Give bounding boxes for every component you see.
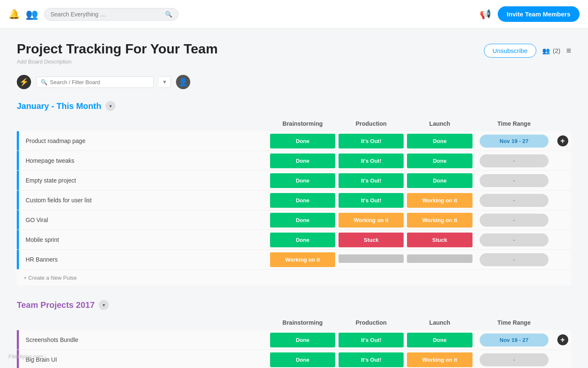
team-icon[interactable]: 👥 [26, 8, 38, 20]
table-row: Big Brain UIDoneIt's Out!Working on it- [17, 350, 571, 368]
status-badge-launch: Done [407, 134, 472, 148]
board-header-team2017: Team Projects 2017▼ [17, 300, 571, 310]
status-cell-launch[interactable]: Stuck [405, 230, 474, 250]
status-cell-launch[interactable]: Working on it [405, 350, 474, 368]
invite-team-button[interactable]: Invite Team Members [498, 6, 580, 22]
status-cell-launch[interactable]: Done [405, 151, 474, 171]
watermark: FileHippo.com [8, 353, 43, 360]
status-cell-brainstorming[interactable]: Done [268, 191, 337, 210]
row-plus-cell [554, 191, 571, 210]
time-range-cell[interactable]: - [474, 350, 554, 368]
status-cell-brainstorming[interactable]: Done [268, 330, 337, 350]
row-plus-cell [554, 350, 571, 368]
row-name-text: Homepage tweaks [19, 152, 81, 169]
row-name-cell: Screenshots Bundle [17, 330, 268, 350]
status-badge-brainstorming: Working on it [270, 252, 335, 267]
status-cell-production[interactable]: It's Out! [337, 151, 405, 171]
status-cell-production[interactable]: It's Out! [337, 131, 405, 151]
status-cell-launch[interactable]: Done [405, 330, 474, 350]
global-search-input[interactable] [50, 11, 163, 18]
status-cell-brainstorming[interactable]: Done [268, 171, 337, 191]
col-header-time-range: Time Range [474, 315, 554, 330]
status-cell-production[interactable]: It's Out! [337, 350, 405, 368]
status-cell-brainstorming[interactable]: Done [268, 131, 337, 151]
status-badge-production: It's Out! [339, 333, 404, 347]
sections-container: January - This Month▼BrainstormingProduc… [17, 101, 571, 368]
board-dropdown-january[interactable]: ▼ [105, 101, 116, 111]
bell-icon[interactable]: 🔔 [8, 9, 20, 20]
row-name-cell: HR Banners [17, 250, 268, 270]
board-section-team2017: Team Projects 2017▼BrainstormingProducti… [17, 300, 571, 368]
status-cell-launch[interactable] [405, 250, 474, 270]
time-range-cell[interactable]: - [474, 210, 554, 230]
board-dropdown-team2017[interactable]: ▼ [99, 300, 109, 310]
status-cell-production[interactable]: It's Out! [337, 330, 405, 350]
filter-row: ⚡ 🔍 ▼ 👤 [17, 75, 571, 89]
time-range-cell[interactable]: - [474, 151, 554, 171]
row-plus-cell: + [554, 330, 571, 350]
status-cell-production[interactable]: It's Out! [337, 191, 405, 210]
status-cell-brainstorming[interactable]: Working on it [268, 250, 337, 270]
row-name-cell: Big Brain UI [17, 350, 268, 368]
filter-search-input[interactable] [50, 79, 149, 85]
status-cell-production[interactable] [337, 250, 405, 270]
create-pulse-label[interactable]: + Create a New Pulse [17, 270, 571, 286]
table-row: Homepage tweaksDoneIt's Out!Done- [17, 151, 571, 171]
col-header-production: Production [337, 315, 405, 330]
col-header-plus [554, 116, 571, 131]
status-badge-brainstorming: Done [270, 173, 335, 188]
col-header-brainstorming: Brainstorming [268, 116, 337, 131]
time-range-badge: - [480, 353, 549, 366]
row-name-text: Product roadmap page [19, 132, 92, 149]
time-range-cell[interactable]: - [474, 171, 554, 191]
time-range-badge: - [480, 174, 549, 187]
row-plus-cell [554, 230, 571, 250]
status-cell-launch[interactable]: Working on it [405, 210, 474, 230]
status-badge-launch: Working on it [407, 352, 472, 367]
row-name-text: HR Banners [19, 251, 64, 268]
megaphone-icon[interactable]: 📢 [480, 9, 491, 20]
status-cell-launch[interactable]: Done [405, 131, 474, 151]
status-cell-brainstorming[interactable]: Done [268, 151, 337, 171]
board-logo[interactable]: ⚡ [17, 75, 31, 89]
status-cell-launch[interactable]: Done [405, 171, 474, 191]
row-name-text: Screenshots Bundle [19, 331, 85, 348]
status-badge-launch: Done [407, 333, 472, 347]
hamburger-icon[interactable]: ≡ [566, 46, 571, 56]
avatar[interactable]: 👤 [176, 75, 190, 89]
status-cell-production[interactable]: It's Out! [337, 171, 405, 191]
status-badge-production [339, 254, 404, 263]
time-range-cell[interactable]: Nov 19 - 27 [474, 131, 554, 151]
status-badge-production: It's Out! [339, 173, 404, 188]
time-range-cell[interactable]: - [474, 250, 554, 270]
time-range-badge: - [480, 233, 549, 246]
col-header-brainstorming: Brainstorming [268, 315, 337, 330]
row-name-text: Mobile sprint [19, 231, 66, 248]
status-cell-brainstorming[interactable]: Done [268, 210, 337, 230]
status-cell-brainstorming[interactable]: Done [268, 230, 337, 250]
col-header-plus [554, 315, 571, 330]
row-name-cell: GO Viral [17, 210, 268, 230]
page-subtitle: Add Board Description [17, 58, 218, 65]
status-cell-brainstorming[interactable]: Done [268, 350, 337, 368]
row-name-text: Custom fields for user list [19, 192, 98, 209]
status-badge-launch: Working on it [407, 213, 472, 228]
status-cell-production[interactable]: Stuck [337, 230, 405, 250]
time-range-cell[interactable]: - [474, 230, 554, 250]
page-title: Project Tracking For Your Team [17, 41, 218, 57]
status-cell-launch[interactable]: Working on it [405, 191, 474, 210]
filter-dropdown-button[interactable]: ▼ [159, 76, 171, 88]
add-column-button[interactable]: + [557, 334, 568, 345]
members-button[interactable]: 👥 (2) [542, 47, 560, 55]
main-content: Project Tracking For Your Team Add Board… [0, 29, 588, 368]
unsubscribe-button[interactable]: Unsubscribe [484, 44, 536, 58]
page-header-row: Project Tracking For Your Team Add Board… [17, 41, 571, 75]
time-range-cell[interactable]: Nov 19 - 27 [474, 330, 554, 350]
table-row: Screenshots BundleDoneIt's Out!DoneNov 1… [17, 330, 571, 350]
create-pulse-row[interactable]: + Create a New Pulse [17, 270, 571, 286]
search-icon: 🔍 [165, 11, 172, 18]
status-badge-production: It's Out! [339, 134, 404, 148]
status-cell-production[interactable]: Working on it [337, 210, 405, 230]
add-column-button[interactable]: + [557, 135, 568, 146]
time-range-cell[interactable]: - [474, 191, 554, 210]
